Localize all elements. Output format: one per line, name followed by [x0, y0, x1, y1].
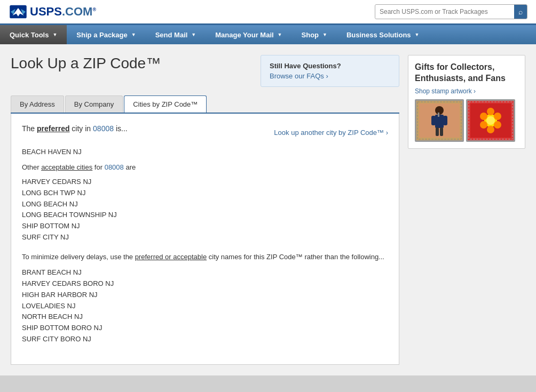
faq-box: Still Have Questions? Browse our FAQs › [261, 55, 399, 87]
chevron-down-icon: ▼ [131, 32, 136, 37]
stamp-image-2 [466, 99, 515, 142]
chevron-down-icon: ▼ [322, 32, 327, 37]
svg-rect-9 [431, 116, 436, 125]
svg-point-20 [494, 121, 501, 129]
preferred-line: The preferred city in 08008 is... [22, 124, 128, 133]
svg-point-21 [487, 126, 494, 133]
list-item: LONG BCH TWP NJ [22, 188, 388, 199]
header: USPS.COM® ⌕ [0, 0, 536, 25]
svg-point-23 [480, 113, 487, 120]
svg-point-19 [494, 113, 501, 120]
content-wrapper: Look Up a ZIP Code™ Still Have Questions… [11, 55, 525, 365]
faq-title: Still Have Questions? [270, 62, 390, 70]
logo-area: USPS.COM® [9, 4, 96, 19]
svg-rect-10 [443, 116, 447, 125]
nav-label-manage-mail: Manage Your Mail [215, 31, 273, 39]
main-nav: Quick Tools ▼ Ship a Package ▼ Send Mail… [0, 25, 536, 44]
lookup-another-link[interactable]: Look up another city by ZIP Code™ › [274, 129, 388, 137]
minimize-intro: To minimize delivery delays, use the [22, 253, 135, 261]
svg-point-22 [480, 121, 487, 129]
list-item: HARVEY CEDARS NJ [22, 177, 388, 188]
search-area[interactable]: ⌕ [375, 4, 527, 19]
svg-point-18 [487, 108, 494, 115]
chevron-down-icon: ▼ [278, 32, 282, 37]
preferred-word: preferred [37, 124, 69, 133]
nav-item-shop[interactable]: Shop ▼ [292, 25, 337, 44]
svg-rect-12 [440, 127, 443, 136]
nav-label-shop: Shop [302, 31, 319, 39]
right-panel: Gifts for Collectors, Enthusiasts, and F… [408, 55, 525, 365]
list-item: LOVELADIES NJ [22, 301, 388, 312]
list-item: HARVEY CEDARS BORO NJ [22, 278, 388, 290]
nav-item-ship-package[interactable]: Ship a Package ▼ [67, 25, 145, 44]
stamp-image-1 [415, 99, 464, 142]
nav-item-quick-tools[interactable]: Quick Tools ▼ [0, 25, 67, 44]
acceptable-cities-list: HARVEY CEDARS NJLONG BCH TWP NJLONG BEAC… [22, 177, 388, 243]
tab-by-company[interactable]: By Company [65, 95, 123, 113]
title-faq-row: Look Up a ZIP Code™ Still Have Questions… [11, 55, 399, 87]
other-end-text: are [124, 163, 136, 171]
list-item: LONG BEACH NJ [22, 199, 388, 210]
list-item: SURF CITY NJ [22, 232, 388, 243]
eagle-icon [9, 4, 28, 19]
sidebar-collectors-box: Gifts for Collectors, Enthusiasts, and F… [408, 55, 525, 149]
other-mid-text: for [92, 163, 104, 171]
nav-label-send-mail: Send Mail [155, 31, 188, 39]
nav-item-manage-mail[interactable]: Manage Your Mail ▼ [206, 25, 291, 44]
nav-label-quick-tools: Quick Tools [10, 31, 49, 39]
faq-link[interactable]: Browse our FAQs › [270, 72, 328, 80]
minimize-end: city names for this ZIP Code™ rather tha… [207, 253, 384, 261]
nav-label-business: Business Solutions [346, 31, 411, 39]
sidebar-title: Gifts for Collectors, Enthusiasts, and F… [415, 62, 518, 84]
list-item: SURF CITY BORO NJ [22, 334, 388, 345]
chevron-down-icon: ▼ [52, 32, 57, 37]
zip-code-link[interactable]: 08008 [93, 124, 114, 133]
other-cities-intro: Other acceptable cities for 08008 are [22, 163, 388, 171]
logo-usps-text: USPS.COM® [30, 5, 96, 19]
list-item: BRANT BEACH NJ [22, 267, 388, 278]
preferred-mid-text: city in [69, 124, 93, 133]
preferred-acceptable-link[interactable]: preferred or acceptable [135, 253, 207, 261]
stamp-images [415, 99, 518, 142]
list-item: SHIP BOTTOM BORO NJ [22, 323, 388, 334]
list-item: NORTH BEACH NJ [22, 311, 388, 323]
results-box: The preferred city in 08008 is... Look u… [11, 114, 399, 365]
chevron-down-icon: ▼ [191, 32, 196, 37]
minimize-note: To minimize delivery delays, use the pre… [22, 252, 388, 262]
tab-by-address[interactable]: By Address [11, 95, 64, 113]
preferred-city-name: BEACH HAVEN NJ [22, 148, 388, 156]
svg-rect-11 [436, 127, 439, 136]
preferred-end-text: is... [114, 124, 128, 133]
nav-item-send-mail[interactable]: Send Mail ▼ [146, 25, 206, 44]
nav-label-ship-package: Ship a Package [76, 31, 127, 39]
usps-logo[interactable]: USPS.COM® [9, 4, 96, 19]
other-zip-link[interactable]: 08008 [105, 163, 124, 171]
svg-rect-13 [438, 113, 439, 117]
other-intro-text: Other [22, 163, 41, 171]
svg-point-24 [486, 116, 495, 125]
not-preferred-cities-list: BRANT BEACH NJHARVEY CEDARS BORO NJHIGH … [22, 267, 388, 345]
nav-item-business[interactable]: Business Solutions ▼ [337, 25, 429, 44]
tabs: By Address By Company Cities by ZIP Code… [11, 95, 399, 114]
search-input[interactable] [375, 5, 514, 18]
list-item: SHIP BOTTOM NJ [22, 221, 388, 232]
acceptable-cities-label: acceptable cities [41, 163, 92, 171]
search-button[interactable]: ⌕ [514, 5, 527, 19]
chevron-down-icon: ▼ [415, 32, 420, 37]
list-item: LONG BEACH TOWNSHIP NJ [22, 210, 388, 221]
shop-stamp-link[interactable]: Shop stamp artwork › [415, 87, 518, 95]
preferred-city-row: The preferred city in 08008 is... Look u… [22, 124, 388, 140]
main-content: Look Up a ZIP Code™ Still Have Questions… [0, 44, 536, 375]
tab-cities-by-zip[interactable]: Cities by ZIP Code™ [124, 95, 207, 113]
list-item: HIGH BAR HARBOR NJ [22, 290, 388, 301]
page-title: Look Up a ZIP Code™ [11, 55, 161, 72]
preferred-intro-text: The [22, 124, 37, 133]
left-panel: Look Up a ZIP Code™ Still Have Questions… [11, 55, 399, 365]
